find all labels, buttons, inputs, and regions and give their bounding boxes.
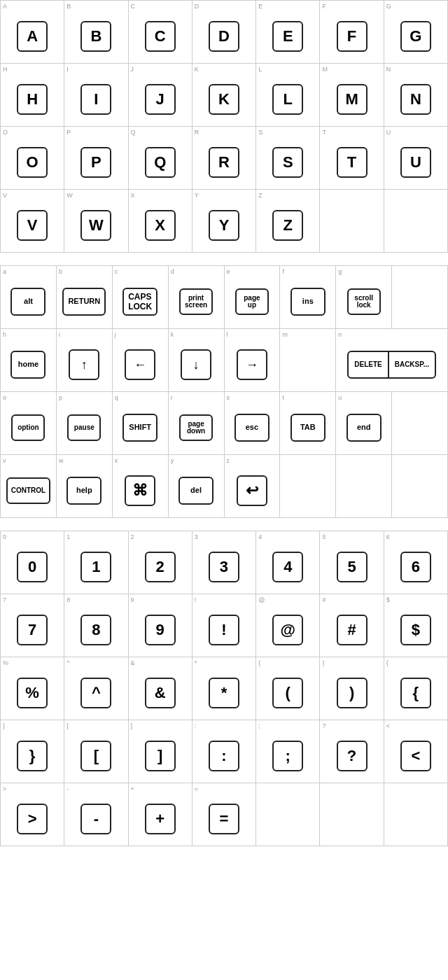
cell-1[interactable]: 1 1 [64, 531, 128, 594]
cell-B[interactable]: B B [64, 1, 128, 64]
cell-empty-n3 [384, 783, 448, 846]
cell-end[interactable]: u end [336, 392, 392, 455]
cell-C[interactable]: C C [129, 1, 192, 64]
cell-scrolllock[interactable]: g scrolllock [336, 266, 392, 329]
cell-N[interactable]: N N [384, 64, 448, 127]
cell-E[interactable]: E E [256, 1, 320, 64]
cell-Y[interactable]: Y Y [192, 190, 256, 253]
cell-G[interactable]: G G [384, 1, 448, 64]
cell-empty-2 [384, 190, 448, 253]
cell-dollar[interactable]: $ $ [384, 594, 448, 657]
cell-esc[interactable]: s esc [225, 392, 281, 455]
cell-cmd[interactable]: x ⌘ [113, 455, 169, 518]
cell-right[interactable]: l → [225, 329, 281, 392]
cell-empty-n2 [320, 783, 384, 846]
cell-empty-s3 [392, 392, 448, 455]
cell-equals[interactable]: = = [192, 783, 256, 846]
cell-empty-s2: m [280, 329, 336, 392]
cell-empty-n1 [256, 783, 320, 846]
cell-pagedown[interactable]: r pagedown [169, 392, 225, 455]
cell-up[interactable]: i ↑ [57, 329, 113, 392]
cell-J[interactable]: J J [129, 64, 192, 127]
cell-empty-1 [320, 190, 384, 253]
cell-star[interactable]: * * [192, 657, 256, 720]
cell-K[interactable]: K K [192, 64, 256, 127]
cell-6[interactable]: 6 6 [384, 531, 448, 594]
cell-question[interactable]: ? ? [320, 720, 384, 783]
cell-2[interactable]: 2 2 [129, 531, 192, 594]
cell-plus[interactable]: + + [129, 783, 192, 846]
cell-M[interactable]: M M [320, 64, 384, 127]
cell-7[interactable]: 7 7 [1, 594, 64, 657]
cell-home[interactable]: h home [1, 329, 57, 392]
cell-colon[interactable]: : : [192, 720, 256, 783]
cell-0[interactable]: 0 0 [1, 531, 64, 594]
cell-5[interactable]: 5 5 [320, 531, 384, 594]
cell-option[interactable]: o option [1, 392, 57, 455]
cell-P[interactable]: P P [64, 127, 128, 190]
cell-S[interactable]: S S [256, 127, 320, 190]
cell-R[interactable]: R R [192, 127, 256, 190]
cell-caret[interactable]: ^ ^ [64, 657, 128, 720]
cell-amp[interactable]: & & [129, 657, 192, 720]
cell-lcurly[interactable]: { { [384, 657, 448, 720]
cell-tab[interactable]: t TAB [280, 392, 336, 455]
cell-W[interactable]: W W [64, 190, 128, 253]
cell-lbracket[interactable]: [ [ [64, 720, 128, 783]
cell-delete-backspace[interactable]: n DELETE BACKSP... [336, 329, 448, 392]
cell-left[interactable]: j ← [113, 329, 169, 392]
cell-down[interactable]: k ↓ [169, 329, 225, 392]
cell-L[interactable]: L L [256, 64, 320, 127]
cell-exclaim[interactable]: ! ! [192, 594, 256, 657]
cell-at[interactable]: @ @ [256, 594, 320, 657]
cell-A[interactable]: A A [1, 1, 64, 64]
cell-minus[interactable]: - - [64, 783, 128, 846]
cell-apple[interactable]: z ↩ [225, 455, 281, 518]
cell-capslock[interactable]: c CAPSLOCK [113, 266, 169, 329]
cell-printscreen[interactable]: d printscreen [169, 266, 225, 329]
cell-ins[interactable]: f ins [280, 266, 336, 329]
cell-control[interactable]: v CONTROL [1, 455, 57, 518]
cell-3[interactable]: 3 3 [192, 531, 256, 594]
uppercase-section: A A B B C C D D E E F F G G H H [0, 0, 448, 253]
cell-pageup[interactable]: e pageup [225, 266, 281, 329]
cell-help[interactable]: w help [57, 455, 113, 518]
cell-H[interactable]: H H [1, 64, 64, 127]
section-gap-1 [0, 253, 448, 265]
cell-empty-s4 [280, 455, 336, 518]
cell-I[interactable]: I I [64, 64, 128, 127]
cell-del[interactable]: y del [169, 455, 225, 518]
cell-lparen[interactable]: ( ( [256, 657, 320, 720]
cell-8[interactable]: 8 8 [64, 594, 128, 657]
cell-T[interactable]: T T [320, 127, 384, 190]
special-keys-section: a alt b RETURN c CAPSLOCK d printscreen … [0, 265, 448, 518]
section-gap-2 [0, 518, 448, 531]
cell-D[interactable]: D D [192, 1, 256, 64]
cell-9[interactable]: 9 9 [129, 594, 192, 657]
numbers-section: 0 0 1 1 2 2 3 3 4 4 5 5 6 6 7 7 [0, 531, 448, 846]
cell-percent[interactable]: % % [1, 657, 64, 720]
cell-Q[interactable]: Q Q [129, 127, 192, 190]
cell-lt[interactable]: < < [384, 720, 448, 783]
cell-4[interactable]: 4 4 [256, 531, 320, 594]
cell-rparen[interactable]: ) ) [320, 657, 384, 720]
cell-hash[interactable]: # # [320, 594, 384, 657]
cell-O[interactable]: O O [1, 127, 64, 190]
cell-rbracket[interactable]: ] ] [129, 720, 192, 783]
cell-gt[interactable]: > > [1, 783, 64, 846]
cell-pause[interactable]: p pause [57, 392, 113, 455]
cell-alt[interactable]: a alt [1, 266, 57, 329]
cell-F[interactable]: F F [320, 1, 384, 64]
cell-X[interactable]: X X [129, 190, 192, 253]
cell-semicolon[interactable]: ; ; [256, 720, 320, 783]
cell-empty-s5 [336, 455, 392, 518]
cell-empty-s6 [392, 455, 448, 518]
cell-Z[interactable]: Z Z [256, 190, 320, 253]
cell-return[interactable]: b RETURN [57, 266, 113, 329]
cell-V[interactable]: V V [1, 190, 64, 253]
cell-rcurly[interactable]: } } [1, 720, 64, 783]
cell-empty-s1 [392, 266, 448, 329]
cell-U[interactable]: U U [384, 127, 448, 190]
cell-shift[interactable]: q SHIFT [113, 392, 169, 455]
